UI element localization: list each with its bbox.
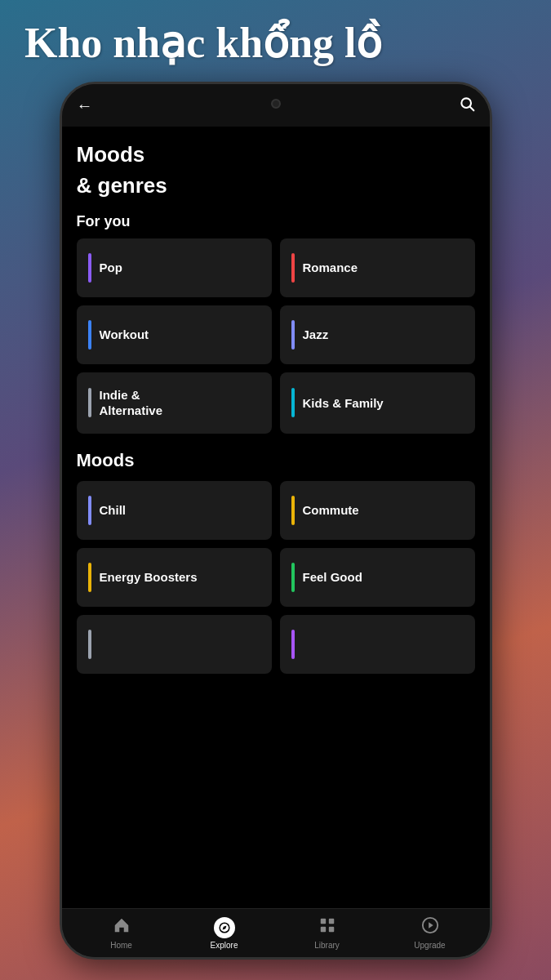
svg-rect-4 — [320, 919, 325, 924]
phone-shell: ← Moods & genres For you Pop Romance — [60, 82, 492, 960]
page-background-title: Kho nhạc khổng lồ — [24, 20, 383, 66]
explore-icon — [214, 917, 235, 938]
back-icon[interactable]: ← — [77, 96, 93, 115]
svg-marker-3 — [222, 925, 226, 929]
genre-grid-moods: Chill Commute Energy Boosters Feel Good — [77, 481, 475, 674]
library-icon — [318, 916, 336, 938]
svg-rect-5 — [328, 919, 333, 924]
nav-item-library[interactable]: Library — [276, 916, 379, 950]
nav-label-explore: Explore — [211, 941, 238, 950]
svg-marker-9 — [429, 922, 433, 928]
genre-card-jazz[interactable]: Jazz — [280, 305, 475, 364]
phone-top-bar: ← — [62, 84, 490, 127]
page-title-area: Kho nhạc khổng lồ — [0, 0, 551, 82]
home-icon — [113, 916, 131, 938]
svg-line-1 — [469, 106, 473, 110]
moods-label: Moods — [77, 450, 475, 471]
genre-card-romance[interactable]: Romance — [280, 238, 475, 297]
genre-card-pop[interactable]: Pop — [77, 238, 272, 297]
mood-card-more2[interactable] — [280, 615, 475, 674]
bottom-nav: Home Explore Library — [62, 908, 490, 957]
mood-card-feelgood[interactable]: Feel Good — [280, 548, 475, 607]
mood-card-commute[interactable]: Commute — [280, 481, 475, 540]
genre-grid-for-you: Pop Romance Workout Jazz Indie &Alternat… — [77, 238, 475, 434]
nav-item-upgrade[interactable]: Upgrade — [379, 916, 482, 950]
svg-rect-6 — [320, 927, 325, 932]
upgrade-icon — [421, 916, 439, 938]
mood-card-chill[interactable]: Chill — [77, 481, 272, 540]
nav-item-home[interactable]: Home — [70, 916, 173, 950]
genre-card-workout[interactable]: Workout — [77, 305, 272, 364]
phone-content[interactable]: Moods & genres For you Pop Romance Worko… — [62, 127, 490, 908]
mood-card-more1[interactable] — [77, 615, 272, 674]
svg-rect-7 — [328, 927, 333, 932]
search-icon[interactable] — [459, 96, 475, 116]
for-you-label: For you — [77, 213, 475, 230]
screen-heading: Moods & genres — [77, 143, 475, 198]
nav-label-upgrade: Upgrade — [414, 941, 445, 950]
nav-item-explore[interactable]: Explore — [173, 917, 276, 950]
genre-card-kids[interactable]: Kids & Family — [280, 372, 475, 434]
nav-label-library: Library — [314, 941, 340, 950]
camera-dot — [271, 99, 281, 109]
nav-label-home: Home — [110, 941, 132, 950]
mood-card-energy[interactable]: Energy Boosters — [77, 548, 272, 607]
genre-card-indie[interactable]: Indie &Alternative — [77, 372, 272, 434]
